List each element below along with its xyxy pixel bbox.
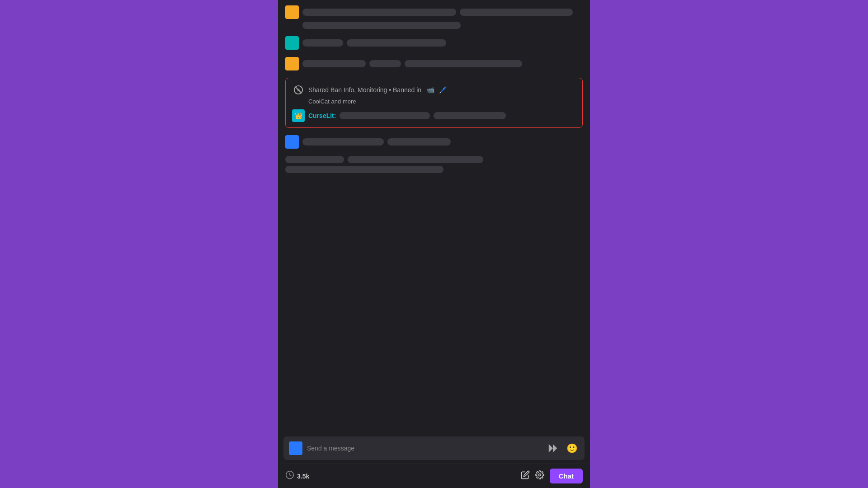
skeleton-text <box>285 166 443 173</box>
emoji-button[interactable]: 🙂 <box>565 441 579 455</box>
skeleton-text <box>405 60 522 67</box>
ban-info-title: Shared Ban Info, Monitoring • Banned in <box>308 86 421 94</box>
svg-point-6 <box>538 474 541 476</box>
viewer-count-value: 3.5k <box>297 473 309 480</box>
list-item <box>285 135 583 149</box>
svg-marker-3 <box>553 444 557 452</box>
curselit-avatar: 👑 <box>292 109 305 122</box>
avatar <box>285 135 299 149</box>
settings-icon[interactable] <box>535 470 544 482</box>
curselit-row: 👑 CurseLit: <box>292 109 576 122</box>
chat-input-area[interactable]: Send a message 🙂 <box>283 436 585 460</box>
skeleton-text <box>285 156 344 163</box>
list-item <box>285 156 583 173</box>
skeleton-text <box>434 112 506 119</box>
message-input-placeholder[interactable]: Send a message <box>307 445 541 452</box>
skeleton-text <box>302 138 384 145</box>
skeleton-text <box>302 9 456 16</box>
ban-icon <box>292 84 305 96</box>
user-avatar <box>289 441 302 455</box>
chat-messages-container: Shared Ban Info, Monitoring • Banned in … <box>278 0 590 436</box>
avatar <box>285 57 299 70</box>
skeleton-text <box>302 39 343 47</box>
avatar <box>285 5 299 19</box>
list-item <box>285 57 583 70</box>
skeleton-text <box>387 138 451 145</box>
bottom-actions: Chat <box>521 469 583 483</box>
skeleton-text <box>302 60 366 67</box>
curselit-name: CurseLit: <box>308 112 336 119</box>
bottom-bar: 3.5k Chat <box>278 464 590 488</box>
chat-button[interactable]: Chat <box>550 469 583 483</box>
skeleton-text <box>348 156 483 163</box>
list-item <box>285 5 583 29</box>
edit-icon[interactable] <box>521 470 530 482</box>
ban-info-card: Shared Ban Info, Monitoring • Banned in … <box>285 78 583 128</box>
avatar <box>285 36 299 50</box>
viewer-count: 3.5k <box>285 470 309 482</box>
skeleton-text <box>369 60 401 67</box>
ban-info-subtitle: CoolCat and more <box>308 98 576 105</box>
svg-marker-4 <box>549 444 553 452</box>
svg-point-2 <box>297 89 300 91</box>
chat-panel: Shared Ban Info, Monitoring • Banned in … <box>278 0 590 488</box>
camera-icon: 📹 <box>427 86 434 94</box>
viewer-icon <box>285 470 294 482</box>
skeleton-text <box>340 112 430 119</box>
skeleton-text <box>460 9 573 16</box>
list-item <box>285 36 583 50</box>
pen-icon: 🖊️ <box>439 86 447 94</box>
skeleton-text <box>347 39 446 47</box>
send-button[interactable] <box>546 441 560 455</box>
skeleton-text <box>302 22 461 29</box>
